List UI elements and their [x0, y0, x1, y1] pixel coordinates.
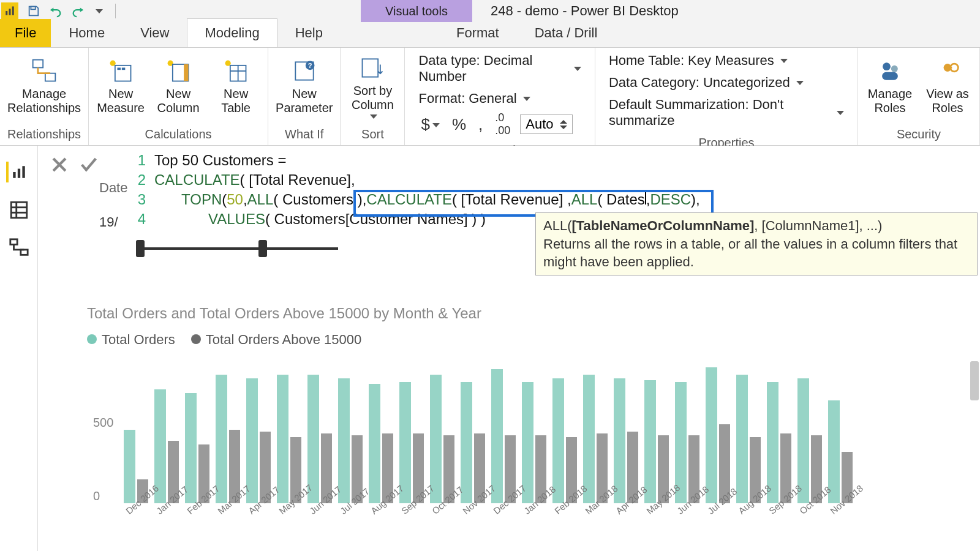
slider-handle-left[interactable] [136, 240, 145, 257]
ribbon: Manage Relationships Relationships New M… [0, 48, 980, 146]
redo-icon[interactable] [71, 4, 85, 18]
svg-rect-27 [17, 169, 20, 178]
button-label: View as Roles [926, 87, 969, 115]
decimal-places-input[interactable]: Auto [520, 114, 572, 134]
data-view-icon[interactable] [9, 200, 29, 220]
bar-total-orders [124, 430, 135, 503]
bar-pair [675, 382, 699, 503]
new-parameter-button[interactable]: ? New Parameter [276, 58, 333, 115]
legend-marker-icon [191, 334, 201, 344]
format-dropdown[interactable]: Format: General [412, 88, 536, 109]
sort-by-column-button[interactable]: Sort by Column [348, 54, 397, 119]
data-category-dropdown[interactable]: Data Category: Uncategorized [603, 72, 810, 93]
tab-data-drill[interactable]: Data / Drill [517, 18, 616, 47]
bar-total-orders [185, 393, 197, 503]
ribbon-group-sort: Sort by Column Sort [341, 48, 405, 145]
thousands-separator-button[interactable]: , [476, 115, 485, 134]
svg-rect-29 [11, 202, 27, 218]
bar-total-orders [552, 378, 564, 503]
home-table-dropdown[interactable]: Home Table: Key Measures [603, 50, 794, 71]
svg-rect-28 [22, 166, 24, 178]
quick-access-toolbar [18, 4, 128, 18]
group-label: Calculations [89, 125, 268, 145]
qat-dropdown-icon[interactable] [96, 9, 103, 13]
date-slicer[interactable]: Date 19/ [99, 180, 127, 230]
commit-formula-icon[interactable] [78, 154, 99, 175]
tab-help[interactable]: Help [277, 18, 341, 47]
ribbon-tabs: File Home View Modeling Help Format Data… [0, 22, 980, 48]
button-label: Manage Roles [868, 87, 912, 115]
svg-rect-8 [118, 68, 121, 70]
slider-handle-right[interactable] [258, 240, 267, 257]
new-measure-button[interactable]: New Measure [96, 58, 145, 115]
cancel-formula-icon[interactable] [49, 154, 70, 175]
svg-rect-5 [45, 73, 55, 81]
decimal-icon[interactable]: .0.00 [492, 111, 513, 137]
default-summarization-dropdown[interactable]: Default Summarization: Don't summarize [603, 94, 850, 131]
svg-rect-9 [122, 68, 126, 70]
svg-rect-4 [33, 60, 43, 68]
bar-pair [614, 378, 638, 503]
currency-button[interactable]: $ [418, 115, 442, 134]
tab-format[interactable]: Format [439, 18, 517, 47]
window-title: 248 - demo - Power BI Desktop [491, 3, 679, 19]
bar-pair [246, 378, 271, 503]
svg-rect-12 [184, 64, 188, 81]
bar-pair [828, 400, 853, 503]
svg-point-21 [883, 62, 891, 70]
model-view-icon[interactable] [9, 238, 29, 258]
intellisense-tooltip: ALL([TableNameOrColumnName], [ColumnName… [535, 212, 978, 276]
tab-view[interactable]: View [123, 18, 187, 47]
bar-pair [522, 382, 546, 503]
view-switcher [0, 146, 38, 551]
bar-pair [736, 375, 761, 503]
bar-total-orders [706, 367, 717, 503]
percent-button[interactable]: % [450, 115, 469, 134]
svg-rect-0 [6, 11, 7, 15]
ribbon-group-properties: Home Table: Key Measures Data Category: … [595, 48, 858, 145]
bar-pair [369, 384, 393, 503]
dropdown-icon[interactable] [370, 114, 377, 119]
data-type-dropdown[interactable]: Data type: Decimal Number [412, 50, 587, 87]
bar-pair [644, 380, 669, 503]
svg-rect-20 [363, 59, 379, 77]
tab-file[interactable]: File [0, 19, 51, 47]
button-label: Manage Relationships [7, 87, 81, 115]
undo-icon[interactable] [49, 4, 62, 18]
bar-total-orders [216, 375, 227, 503]
bar-pair [399, 382, 424, 503]
bar-pair [216, 375, 240, 503]
new-table-button[interactable]: New Table [211, 58, 260, 115]
slicer-label: Date [99, 180, 127, 196]
column-chart-visual[interactable]: Total Orders and Total Orders Above 1500… [87, 305, 968, 550]
tooltip-description: Returns all the rows in a table, or all … [543, 235, 970, 271]
ribbon-group-calculations: New Measure New Column New Table Calcula… [89, 48, 268, 145]
tab-modeling[interactable]: Modeling [187, 18, 277, 47]
bar-pair [307, 375, 332, 503]
bar-total-orders [828, 400, 840, 503]
app-logo-icon [1, 2, 18, 20]
scrollbar-thumb[interactable] [970, 361, 979, 400]
svg-rect-23 [882, 72, 898, 80]
bar-pair [154, 389, 179, 503]
save-icon[interactable] [27, 4, 40, 18]
separator [115, 4, 116, 18]
chart-legend: Total Orders Total Orders Above 15000 [87, 332, 968, 348]
chart-title: Total Orders and Total Orders Above 1500… [87, 305, 968, 322]
bar-pair [461, 382, 485, 503]
manage-relationships-button[interactable]: Manage Relationships [7, 58, 81, 115]
svg-rect-2 [12, 7, 14, 15]
manage-roles-button[interactable]: Manage Roles [865, 58, 914, 115]
new-column-button[interactable]: New Column [154, 58, 203, 115]
bar-pair [277, 375, 301, 503]
bar-total-orders [614, 378, 625, 503]
bar-total-orders [338, 378, 350, 503]
spinner-icon[interactable] [560, 120, 567, 129]
y-axis: 500 0 [93, 356, 113, 503]
date-slider[interactable] [136, 244, 338, 253]
tab-home[interactable]: Home [51, 18, 123, 47]
view-as-roles-button[interactable]: View as Roles [923, 58, 972, 115]
x-axis: Dec 2016Jan 2017Feb 2017Mar 2017Apr 2017… [124, 508, 968, 519]
report-view-icon[interactable] [6, 162, 27, 182]
bar-total-orders [369, 384, 380, 503]
